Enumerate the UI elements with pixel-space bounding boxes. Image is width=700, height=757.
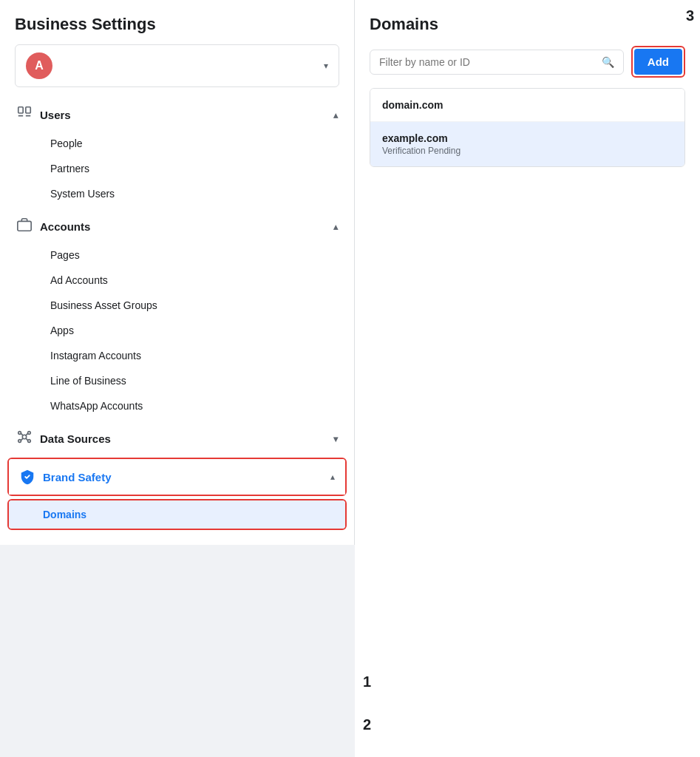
step-2-label: 2 (363, 716, 371, 733)
accounts-section: Accounts ▴ Pages Ad Accounts Business As… (0, 206, 354, 418)
domain-item-2-status: Verification Pending (382, 146, 673, 156)
step-3-label: 3 (686, 7, 694, 24)
sidebar-item-line-of-business[interactable]: Line of Business (41, 368, 347, 393)
brand-safety-label: Brand Safety (43, 471, 112, 483)
svg-point-7 (18, 440, 21, 443)
sidebar-item-ad-accounts[interactable]: Ad Accounts (41, 268, 347, 293)
domains-panel: 3 Domains 🔍 Add domain.com example.com V… (355, 0, 700, 757)
users-section-header[interactable]: Users ▴ (7, 95, 347, 131)
shield-icon (19, 469, 35, 485)
data-sources-header[interactable]: Data Sources ▾ (7, 418, 347, 455)
data-sources-icon (16, 429, 33, 449)
sidebar-item-business-asset-groups[interactable]: Business Asset Groups (41, 293, 347, 318)
domain-item-2[interactable]: example.com Verification Pending (370, 122, 684, 166)
domains-item-wrapper: Domains (7, 499, 347, 530)
domain-list: domain.com example.com Verification Pend… (370, 88, 685, 167)
main-content: 3 Domains 🔍 Add domain.com example.com V… (355, 0, 700, 757)
svg-point-5 (18, 432, 21, 435)
svg-rect-2 (18, 221, 31, 231)
sidebar-item-domains[interactable]: Domains (9, 500, 345, 529)
users-nav-items: People Partners System Users (7, 131, 347, 206)
domain-item-1-name: domain.com (382, 99, 673, 111)
accounts-label: Accounts (40, 220, 90, 233)
sidebar-item-instagram-accounts[interactable]: Instagram Accounts (41, 343, 347, 368)
domain-item-2-name: example.com (382, 132, 673, 144)
data-sources-section: Data Sources ▾ (0, 418, 354, 455)
svg-line-9 (21, 433, 23, 435)
accounts-section-header[interactable]: Accounts ▴ (7, 206, 347, 242)
svg-line-12 (26, 438, 28, 441)
domains-title: Domains (370, 15, 685, 34)
brand-safety-chevron-icon: ▴ (330, 472, 335, 482)
accounts-chevron-icon: ▴ (333, 222, 338, 232)
accounts-icon (16, 217, 33, 237)
users-section: Users ▴ People Partners System Users (0, 95, 354, 206)
account-selector[interactable]: A ▾ (15, 44, 339, 87)
svg-point-6 (28, 432, 31, 435)
brand-safety-section: Brand Safety ▴ (7, 458, 347, 496)
svg-line-10 (26, 433, 28, 435)
accounts-nav-items: Pages Ad Accounts Business Asset Groups … (7, 242, 347, 418)
filter-row: 🔍 Add (370, 46, 685, 78)
search-icon: 🔍 (602, 56, 614, 68)
domain-item-1[interactable]: domain.com (370, 89, 684, 122)
account-chevron-down-icon: ▾ (324, 61, 328, 71)
sidebar-item-pages[interactable]: Pages (41, 242, 347, 268)
users-chevron-icon: ▴ (333, 110, 338, 120)
sidebar-item-system-users[interactable]: System Users (41, 181, 347, 206)
filter-input-wrapper: 🔍 (370, 50, 624, 75)
sidebar-item-whatsapp-accounts[interactable]: WhatsApp Accounts (41, 393, 347, 418)
svg-line-11 (21, 438, 23, 441)
data-sources-chevron-icon: ▾ (333, 434, 338, 444)
add-button[interactable]: Add (634, 49, 682, 75)
svg-point-8 (28, 440, 31, 443)
business-settings-title: Business Settings (15, 15, 339, 34)
svg-rect-0 (18, 107, 23, 113)
sidebar-item-apps[interactable]: Apps (41, 318, 347, 343)
data-sources-label: Data Sources (40, 432, 111, 445)
svg-rect-1 (26, 107, 30, 113)
sidebar-header: Business Settings A ▾ (0, 0, 354, 95)
step-1-label: 1 (363, 673, 371, 690)
sidebar-item-partners[interactable]: Partners (41, 156, 347, 181)
account-avatar: A (26, 52, 52, 79)
add-button-wrapper: Add (631, 46, 685, 78)
filter-input[interactable] (379, 56, 602, 68)
users-icon (16, 105, 33, 125)
users-label: Users (40, 109, 71, 121)
sidebar-item-people[interactable]: People (41, 131, 347, 156)
brand-safety-header[interactable]: Brand Safety ▴ (9, 459, 345, 495)
